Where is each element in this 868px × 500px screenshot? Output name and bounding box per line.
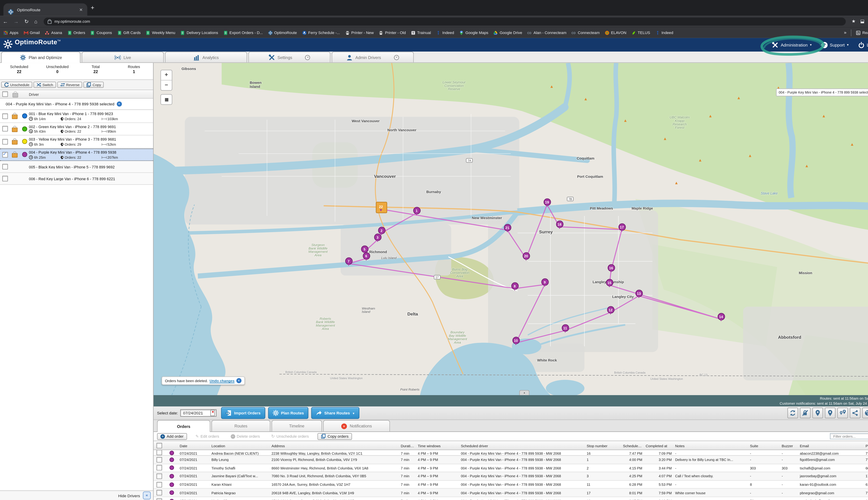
driver-color-dot[interactable] (22, 126, 27, 131)
column-header[interactable]: Location (210, 444, 270, 447)
unschedule-button[interactable]: Unschedule (1, 82, 32, 88)
bottom-tab-routes[interactable]: Routes (212, 420, 271, 431)
column-header[interactable]: Buzzer (780, 444, 798, 447)
order-checkbox[interactable] (157, 450, 162, 455)
ssl-lock-icon[interactable] (48, 20, 52, 24)
bookmark-item[interactable]: Apps (3, 30, 19, 35)
bookmark-item[interactable]: COAlan - Connecteam (527, 30, 567, 35)
reload-icon[interactable]: ↻ (24, 19, 28, 24)
bookmark-star-icon[interactable]: ★ (852, 19, 856, 24)
order-checkbox[interactable] (157, 465, 162, 471)
tab-live[interactable]: Live (82, 52, 164, 62)
bookmark-item[interactable]: Coupons (90, 30, 112, 35)
date-field[interactable] (182, 410, 210, 416)
home-icon[interactable]: ⌂ (34, 19, 37, 24)
map-canvas[interactable]: GibsonsBowen IslandLower Seymour Conserv… (153, 63, 868, 395)
pins-numbered-button[interactable]: 12 (837, 408, 848, 418)
add-order-button[interactable]: + Add order (157, 433, 187, 440)
order-row[interactable]: 07/24/2021Marina Silva9718 161A Street, … (153, 497, 868, 500)
forward-icon[interactable]: → (13, 19, 19, 24)
browser-tab[interactable]: OptimoRoute ✕ (3, 3, 87, 16)
column-header[interactable]: Completed at (644, 444, 673, 447)
order-checkbox[interactable] (157, 481, 162, 487)
unlock-button[interactable] (800, 408, 811, 418)
order-checkbox[interactable] (157, 473, 162, 479)
map-extent-button[interactable] (160, 94, 172, 105)
edit-orders-button[interactable]: ✎ Edit orders (193, 433, 222, 440)
panel-resize-handle[interactable]: ▲ (519, 390, 529, 395)
driver-row[interactable]: 002 - Green Key Mini Van - iPhone 2 - 77… (0, 123, 153, 135)
unschedule-orders-button[interactable]: ↻ Unschedule orders (269, 433, 312, 440)
tab-settings[interactable]: Settings✕ (248, 52, 330, 62)
order-row[interactable]: 07/24/2021Billy Leung2100 Viceroy Pl, Ri… (153, 456, 868, 464)
bookmark-item[interactable]: Printer - New (345, 30, 374, 35)
order-checkbox[interactable] (157, 490, 162, 496)
zoom-in-button[interactable]: + (161, 70, 172, 80)
driver-color-dot[interactable] (22, 114, 27, 118)
select-all-checkbox[interactable] (2, 91, 8, 97)
driver-checkbox[interactable] (2, 139, 8, 145)
bookmark-item[interactable]: Ferry Schedule -... (302, 30, 340, 35)
driver-row[interactable]: 001 - Blue Key Mini Van - iPhone 1 - 778… (0, 110, 153, 123)
column-header[interactable]: Scheduled at (621, 444, 644, 447)
driver-checkbox[interactable] (2, 164, 8, 170)
share-button[interactable] (850, 408, 860, 418)
column-header[interactable]: Time windows (416, 444, 459, 447)
lock-icon[interactable] (12, 115, 18, 119)
reading-list-button[interactable]: Reading List (856, 30, 868, 35)
bookmark-item[interactable]: TELUS (631, 30, 650, 35)
driver-row[interactable]: 003 - Yellow Key Mini Van - iPhone 3 - 7… (0, 135, 153, 148)
plan-routes-button[interactable]: Plan Routes (268, 407, 308, 419)
share-routes-button[interactable]: Share Routes ▼ (311, 407, 359, 419)
driver-row[interactable]: 005 - Black Key Mini Van - iPhone 5 - 77… (0, 161, 153, 173)
import-orders-button[interactable]: Import Orders (221, 407, 265, 419)
column-header[interactable]: Notes (673, 444, 748, 447)
bookmark-item[interactable]: Orders (67, 30, 85, 35)
globe-button[interactable] (862, 408, 868, 418)
lock-icon[interactable] (12, 153, 18, 158)
bookmark-item[interactable]: Printer - Old (379, 30, 406, 35)
pin-button[interactable] (825, 408, 835, 418)
calendar-icon[interactable] (210, 410, 215, 416)
driver-checkbox[interactable] (2, 152, 8, 158)
select-all-orders-checkbox[interactable] (157, 443, 162, 448)
order-row[interactable]: 07/24/2021Patricia Negrao20618 94B AVE, … (153, 489, 868, 497)
close-tab-icon[interactable]: ✕ (305, 55, 310, 60)
dismiss-toast-icon[interactable]: ✕ (236, 378, 241, 383)
close-tab-icon[interactable]: ✕ (394, 55, 399, 60)
order-row[interactable]: 07/24/2021Jasmine Bayani (Call/Text w...… (153, 473, 868, 481)
tab-plan-and-optimize[interactable]: Plan and Optimize (1, 52, 81, 63)
copy-orders-button[interactable]: Copy orders (317, 433, 352, 440)
bookmark-item[interactable]: OptimoRoute (268, 30, 297, 35)
collapse-sidebar-button[interactable]: « (143, 491, 151, 499)
column-header[interactable]: Scheduled driver (459, 444, 585, 447)
column-header[interactable]: Phone (864, 444, 868, 447)
undo-changes-link[interactable]: Undo changes (209, 379, 235, 383)
optimoroute-logo[interactable]: OptimoRoute TM (3, 38, 60, 51)
bookmark-item[interactable]: Gift Cards (117, 30, 141, 35)
zoom-out-button[interactable]: − (161, 80, 172, 90)
column-header[interactable]: Email (798, 444, 864, 447)
route-stop-marker[interactable]: 22 (377, 203, 385, 210)
filter-field[interactable] (832, 434, 868, 439)
bookmark-item[interactable]: COConnecteam (571, 30, 599, 35)
driver-color-dot[interactable] (22, 152, 27, 157)
filter-orders-input[interactable] (830, 433, 868, 440)
bookmark-item[interactable]: Indeed (436, 30, 454, 35)
lock-icon[interactable] (12, 127, 18, 132)
bookmark-item[interactable]: Export Orders - D... (223, 30, 263, 35)
bookmark-item[interactable]: Gmail (24, 30, 40, 35)
tab-close-icon[interactable]: ✕ (79, 7, 83, 12)
date-input[interactable] (180, 409, 216, 417)
bottom-tab-orders[interactable]: Orders (157, 420, 210, 432)
order-checkbox[interactable] (157, 498, 162, 500)
driver-row[interactable]: 006 - Red Key Large Van - iPhone 6 - 778… (0, 173, 153, 185)
bookmark-item[interactable]: ELAVON (605, 30, 626, 35)
address-bar[interactable]: my.optimoroute.com (44, 18, 846, 25)
clear-selection-icon[interactable]: ✕ (117, 101, 122, 106)
pin-star-button[interactable] (812, 408, 823, 418)
copy-button[interactable]: Copy (83, 82, 104, 88)
support-menu[interactable]: ? Support ▼ (821, 42, 849, 48)
order-row[interactable]: 07/24/2021Andrea Bacon (NEW CLIENT)2238 … (153, 450, 868, 456)
tab-analytics[interactable]: Analytics (165, 52, 247, 62)
